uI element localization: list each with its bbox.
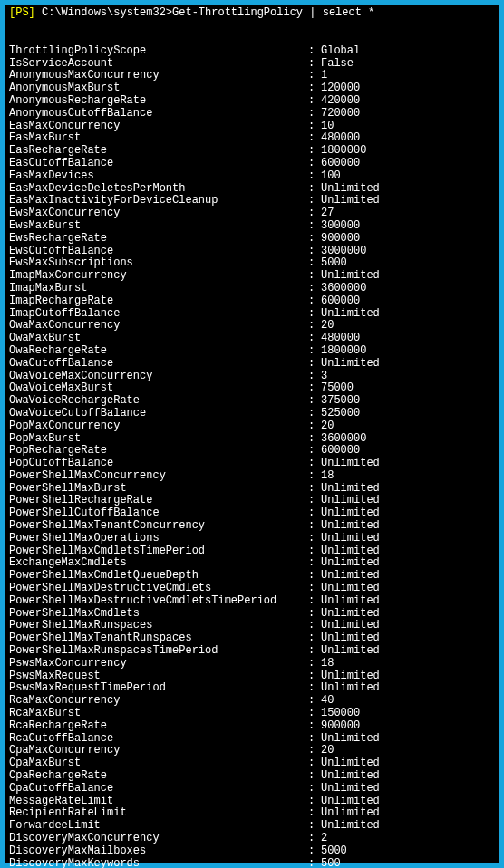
- separator: :: [308, 745, 321, 757]
- property-row: EasRechargeRate: 1800000: [9, 145, 495, 158]
- separator: :: [308, 858, 321, 868]
- separator: :: [308, 408, 321, 420]
- property-value: Unlimited: [321, 645, 380, 658]
- property-row: EwsMaxSubscriptions: 5000: [9, 257, 495, 270]
- separator: :: [308, 695, 321, 708]
- property-row: DiscoveryMaxMailboxes: 5000: [9, 845, 495, 858]
- property-name: OwaRechargeRate: [9, 345, 308, 358]
- property-name: DiscoveryMaxKeywords: [9, 858, 308, 868]
- property-value: Unlimited: [321, 483, 380, 496]
- separator: :: [308, 796, 321, 808]
- property-value: Unlimited: [321, 557, 380, 570]
- property-value: 480000: [321, 132, 360, 145]
- property-name: ImapMaxConcurrency: [9, 270, 308, 283]
- property-value: Unlimited: [321, 807, 380, 820]
- property-value: 1800000: [321, 145, 366, 158]
- separator: :: [308, 246, 321, 258]
- property-name: OwaMaxBurst: [9, 333, 308, 345]
- separator: :: [308, 632, 321, 645]
- property-name: PowerShellMaxOperations: [9, 533, 308, 545]
- property-value: 600000: [321, 158, 360, 170]
- separator: :: [308, 670, 321, 683]
- property-name: ImapCutoffBalance: [9, 308, 308, 321]
- property-value: Unlimited: [321, 270, 380, 283]
- property-name: PswsMaxRequestTimePeriod: [9, 682, 308, 695]
- property-row: PowerShellMaxTenantConcurrency: Unlimite…: [9, 520, 495, 533]
- property-name: EwsCutoffBalance: [9, 246, 308, 258]
- property-value: Unlimited: [321, 820, 380, 833]
- property-name: CpaMaxConcurrency: [9, 745, 308, 757]
- property-value: 600000: [321, 445, 360, 458]
- property-name: EasMaxBurst: [9, 132, 308, 145]
- property-row: AnonymousMaxBurst: 120000: [9, 82, 495, 95]
- property-value: Unlimited: [321, 195, 380, 207]
- separator: :: [308, 833, 321, 845]
- separator: :: [308, 445, 321, 458]
- property-name: PswsMaxRequest: [9, 670, 308, 683]
- property-value: Unlimited: [321, 507, 380, 520]
- property-row: CpaRechargeRate: Unlimited: [9, 770, 495, 783]
- property-value: 150000: [321, 708, 360, 720]
- property-name: PowerShellMaxCmdletQueueDepth: [9, 570, 308, 583]
- property-row: OwaMaxBurst: 480000: [9, 333, 495, 345]
- property-row: PopCutoffBalance: Unlimited: [9, 458, 495, 470]
- separator: :: [308, 557, 321, 570]
- separator: :: [308, 345, 321, 358]
- property-value: 720000: [321, 108, 360, 121]
- property-value: Unlimited: [321, 520, 380, 533]
- property-name: PowerShellMaxRunspaces: [9, 620, 308, 632]
- property-row: PowerShellMaxBurst: Unlimited: [9, 483, 495, 496]
- property-value: 300000: [321, 220, 360, 233]
- property-name: OwaVoiceRechargeRate: [9, 395, 308, 408]
- property-row: PowerShellMaxRunspacesTimePeriod: Unlimi…: [9, 645, 495, 658]
- separator: :: [308, 770, 321, 783]
- property-name: IsServiceAccount: [9, 58, 308, 71]
- separator: :: [308, 308, 321, 321]
- separator: :: [308, 708, 321, 720]
- property-row: IsServiceAccount: False: [9, 58, 495, 71]
- property-value: Unlimited: [321, 308, 380, 321]
- property-row: EasMaxConcurrency: 10: [9, 121, 495, 133]
- property-row: PowerShellMaxCmdletsTimePeriod: Unlimite…: [9, 545, 495, 558]
- separator: :: [308, 320, 321, 333]
- property-name: PowerShellCutoffBalance: [9, 507, 308, 520]
- property-name: EwsRechargeRate: [9, 233, 308, 246]
- command-text: Get-ThrottlingPolicy | select *: [172, 6, 374, 19]
- prompt-path: C:\Windows\system32>: [42, 6, 172, 19]
- property-name: RecipientRateLimit: [9, 807, 308, 820]
- property-value: Unlimited: [321, 570, 380, 583]
- property-name: EasRechargeRate: [9, 145, 308, 158]
- property-name: ImapMaxBurst: [9, 283, 308, 295]
- separator: :: [308, 270, 321, 283]
- command-prompt: [PS] C:\Windows\system32>Get-ThrottlingP…: [9, 7, 495, 20]
- property-value: 27: [321, 207, 334, 220]
- property-name: CpaMaxBurst: [9, 757, 308, 770]
- separator: :: [308, 82, 321, 95]
- separator: :: [308, 783, 321, 796]
- property-name: RcaCutoffBalance: [9, 733, 308, 746]
- property-row: AnonymousRechargeRate: 420000: [9, 95, 495, 108]
- property-value: Unlimited: [321, 495, 380, 507]
- property-value: 1: [321, 70, 327, 82]
- property-value: False: [321, 58, 354, 71]
- property-row: PowerShellMaxDestructiveCmdlets: Unlimit…: [9, 583, 495, 595]
- property-name: EasCutoffBalance: [9, 158, 308, 170]
- property-row: PswsMaxRequestTimePeriod: Unlimited: [9, 682, 495, 695]
- property-value: 900000: [321, 233, 360, 246]
- property-value: 600000: [321, 295, 360, 308]
- property-value: Unlimited: [321, 733, 380, 746]
- property-value: Unlimited: [321, 595, 380, 608]
- property-name: EwsMaxConcurrency: [9, 207, 308, 220]
- property-name: EasMaxDevices: [9, 170, 308, 183]
- property-row: RcaMaxBurst: 150000: [9, 708, 495, 720]
- property-value: 20: [321, 320, 334, 333]
- property-value: 5000: [321, 257, 347, 270]
- separator: :: [308, 95, 321, 108]
- property-name: EwsMaxBurst: [9, 220, 308, 233]
- property-row: PopMaxConcurrency: 20: [9, 420, 495, 433]
- separator: :: [308, 820, 321, 833]
- property-value: Unlimited: [321, 632, 380, 645]
- property-value: 420000: [321, 95, 360, 108]
- property-row: EwsMaxConcurrency: 27: [9, 207, 495, 220]
- blank-line: [9, 33, 495, 45]
